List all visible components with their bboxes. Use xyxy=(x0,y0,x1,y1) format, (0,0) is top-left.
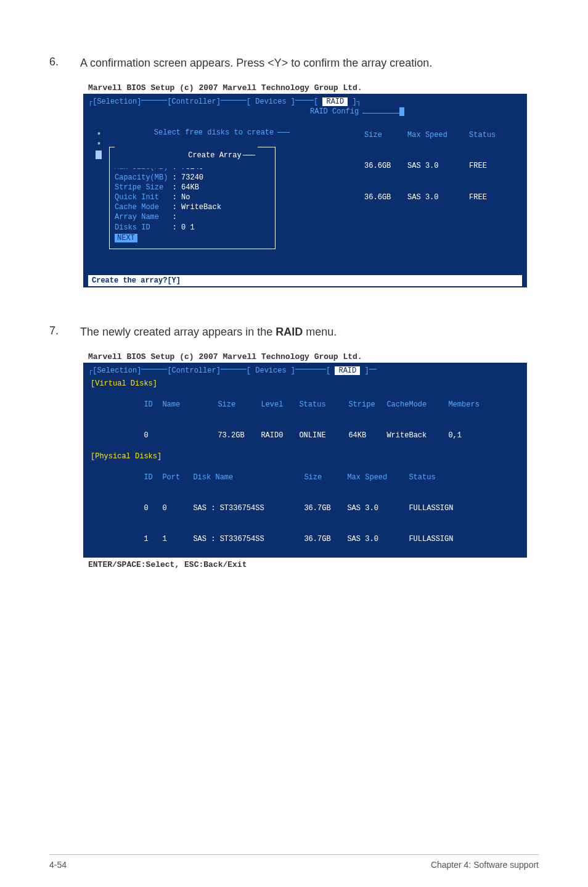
step-7: 7. The newly created array appears in th… xyxy=(49,324,539,340)
menu-raid-active-2: RAID xyxy=(335,366,360,375)
create-array-box: Create Array Raid Level : RAID0 Max Size… xyxy=(109,147,276,249)
select-free-label: Select free disks to create xyxy=(154,128,274,137)
bios-title-1: Marvell BIOS Setup (c) 2007 Marvell Tech… xyxy=(83,83,539,93)
disk-hdr-status: Status xyxy=(469,130,531,141)
menu-selection: [Selection] xyxy=(92,97,141,106)
bios2-menu-line: ┌ [Selection] [Controller] [ Devices ] [… xyxy=(88,366,522,375)
virtual-disks-heading: [Virtual Disks] xyxy=(91,379,157,388)
menu-devices: [ Devices ] xyxy=(247,97,295,106)
bios-screen-2: ┌ [Selection] [Controller] [ Devices ] [… xyxy=(83,363,527,558)
kv-val-3: : 64KB xyxy=(173,183,199,192)
kv-val-4: : No xyxy=(173,193,190,202)
next-button: NEXT xyxy=(115,234,137,242)
selection-stars: ** xyxy=(97,131,101,151)
menu-sep-3 xyxy=(295,100,314,101)
scrollbar-thumb xyxy=(96,151,102,159)
disk-row-0: 36.6GBSAS 3.0FREE xyxy=(302,151,531,182)
step-6: 6. A confirmation screen appears. Press … xyxy=(49,56,539,71)
disk-hdr-speed: Max Speed xyxy=(407,130,469,141)
step-6-number: 6. xyxy=(49,56,80,71)
bios-screen-1: ┌ [Selection] [Controller] [ Devices ] [… xyxy=(83,94,527,287)
kv-val-6: : xyxy=(173,213,177,221)
bios-menu-line: ┌ [Selection] [Controller] [ Devices ] [… xyxy=(88,97,522,106)
bios1-bottom-bar: Create the array?[Y] xyxy=(88,275,522,286)
kv-label-4: Quick Init xyxy=(115,193,173,202)
kv-val-2: : 73240 xyxy=(173,173,203,182)
physical-disks-header: IDPortDisk NameSizeMax SpeedStatus xyxy=(91,462,520,493)
bios-title-2: Marvell BIOS Setup (c) 2007 Marvell Tech… xyxy=(83,352,539,361)
physical-disk-row-1: 11SAS : ST336754SS36.7GBSAS 3.0FULLASSIG… xyxy=(91,524,520,555)
page-footer: 4-54 Chapter 4: Software support xyxy=(49,860,539,870)
kv-label-2: Capacity(MB) xyxy=(115,173,173,182)
virtual-disks-header: IDNameSizeLevelStatusStripeCacheModeMemb… xyxy=(91,389,520,420)
create-array-title: Create Array xyxy=(188,151,241,160)
kv-label-5: Cache Mode xyxy=(115,203,173,212)
disk-row-1: 36.6GBSAS 3.0FREE xyxy=(302,182,531,213)
left-panel: Select free disks to create ** Create Ar… xyxy=(88,120,290,249)
bios-screenshot-2: Marvell BIOS Setup (c) 2007 Marvell Tech… xyxy=(83,352,539,569)
kv-label-6: Array Name xyxy=(115,213,173,221)
bios2-bottom-text: ENTER/SPACE:Select, ESC:Back/Exit xyxy=(83,558,539,569)
step-6-text: A confirmation screen appears. Press <Y>… xyxy=(80,56,432,71)
step-7-text: The newly created array appears in the R… xyxy=(80,324,337,340)
menu-raid-rbracket: ] xyxy=(348,97,356,106)
physical-disks-heading: [Physical Disks] xyxy=(91,452,161,461)
menu-raid-lbracket: [ xyxy=(314,97,322,106)
menu-sep-1 xyxy=(141,100,167,101)
raid-config-row: RAID Config xyxy=(310,107,522,116)
footer-chapter: Chapter 4: Software support xyxy=(431,860,539,870)
kv-val-5: : WriteBack xyxy=(173,203,221,212)
physical-disk-row-0: 00SAS : ST336754SS36.7GBSAS 3.0FULLASSIG… xyxy=(91,493,520,524)
kv-val-7: : 0 1 xyxy=(173,223,195,232)
raid-config-highlight xyxy=(399,107,404,116)
bios-screenshot-1: Marvell BIOS Setup (c) 2007 Marvell Tech… xyxy=(83,83,539,287)
footer-page-number: 4-54 xyxy=(49,860,67,870)
raid-config-label: RAID Config xyxy=(310,107,359,116)
menu-raid-active: RAID xyxy=(322,97,348,106)
virtual-disk-row-0: 073.2GBRAID0ONLINE64KBWriteBack0,1 xyxy=(91,421,520,452)
menu-controller: [Controller] xyxy=(167,97,220,106)
kv-label-3: Stripe Size xyxy=(115,183,173,192)
disk-table: SizeMax SpeedStatus 36.6GBSAS 3.0FREE 36… xyxy=(290,120,531,249)
disk-hdr-size: Size xyxy=(364,130,407,141)
footer-divider xyxy=(49,854,539,855)
kv-label-7: Disks ID xyxy=(115,223,173,232)
menu-sep-2 xyxy=(221,100,247,101)
step-7-number: 7. xyxy=(49,324,80,340)
